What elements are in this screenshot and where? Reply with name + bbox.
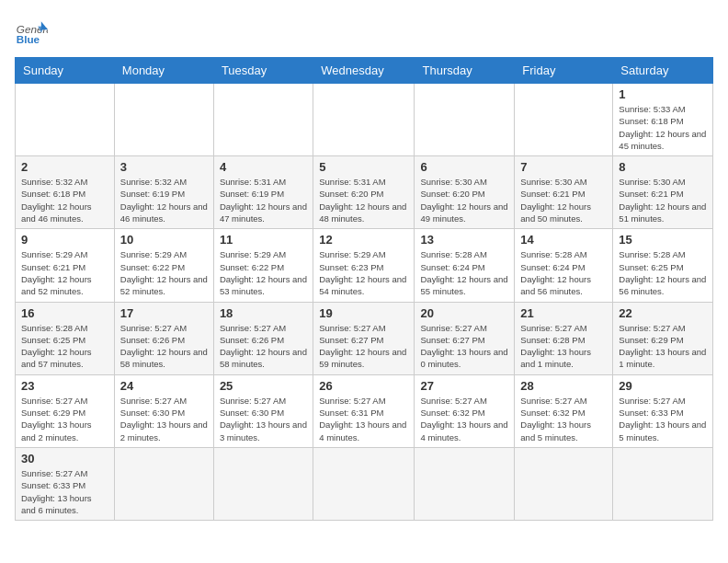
day-cell: 30Sunrise: 5:27 AM Sunset: 6:33 PM Dayli… bbox=[16, 447, 115, 520]
day-cell: 24Sunrise: 5:27 AM Sunset: 6:30 PM Dayli… bbox=[114, 374, 213, 447]
day-cell: 13Sunrise: 5:28 AM Sunset: 6:24 PM Dayli… bbox=[415, 229, 515, 302]
day-cell: 27Sunrise: 5:27 AM Sunset: 6:32 PM Dayli… bbox=[415, 374, 515, 447]
day-number: 20 bbox=[420, 306, 508, 320]
day-info: Sunrise: 5:32 AM Sunset: 6:19 PM Dayligh… bbox=[120, 176, 208, 224]
day-cell: 8Sunrise: 5:30 AM Sunset: 6:21 PM Daylig… bbox=[613, 156, 713, 229]
day-cell: 12Sunrise: 5:29 AM Sunset: 6:23 PM Dayli… bbox=[313, 229, 415, 302]
day-cell bbox=[114, 447, 213, 520]
day-number: 7 bbox=[520, 160, 607, 174]
day-number: 3 bbox=[120, 160, 208, 174]
day-info: Sunrise: 5:29 AM Sunset: 6:22 PM Dayligh… bbox=[220, 248, 307, 297]
day-cell: 4Sunrise: 5:31 AM Sunset: 6:19 PM Daylig… bbox=[213, 156, 313, 229]
day-number: 14 bbox=[520, 233, 607, 247]
calendar: SundayMondayTuesdayWednesdayThursdayFrid… bbox=[15, 57, 713, 521]
col-header-friday: Friday bbox=[515, 58, 613, 84]
day-info: Sunrise: 5:27 AM Sunset: 6:32 PM Dayligh… bbox=[520, 395, 607, 443]
header: General Blue bbox=[15, 15, 713, 48]
week-row-6: 30Sunrise: 5:27 AM Sunset: 6:33 PM Dayli… bbox=[16, 447, 713, 520]
day-number: 13 bbox=[420, 233, 508, 247]
day-cell: 20Sunrise: 5:27 AM Sunset: 6:27 PM Dayli… bbox=[415, 302, 515, 374]
day-info: Sunrise: 5:27 AM Sunset: 6:27 PM Dayligh… bbox=[420, 322, 508, 371]
day-cell: 5Sunrise: 5:31 AM Sunset: 6:20 PM Daylig… bbox=[313, 156, 415, 229]
col-header-monday: Monday bbox=[114, 58, 213, 84]
day-cell: 28Sunrise: 5:27 AM Sunset: 6:32 PM Dayli… bbox=[515, 374, 613, 447]
day-number: 18 bbox=[220, 306, 307, 320]
day-cell: 1Sunrise: 5:33 AM Sunset: 6:18 PM Daylig… bbox=[613, 84, 713, 156]
day-number: 1 bbox=[619, 87, 707, 101]
day-info: Sunrise: 5:27 AM Sunset: 6:30 PM Dayligh… bbox=[120, 395, 208, 443]
day-cell: 10Sunrise: 5:29 AM Sunset: 6:22 PM Dayli… bbox=[114, 229, 213, 302]
day-number: 16 bbox=[21, 306, 108, 320]
day-cell: 3Sunrise: 5:32 AM Sunset: 6:19 PM Daylig… bbox=[114, 156, 213, 229]
day-number: 29 bbox=[619, 379, 707, 393]
col-header-sunday: Sunday bbox=[16, 58, 115, 84]
day-cell: 9Sunrise: 5:29 AM Sunset: 6:21 PM Daylig… bbox=[16, 229, 115, 302]
week-row-5: 23Sunrise: 5:27 AM Sunset: 6:29 PM Dayli… bbox=[16, 374, 713, 447]
day-info: Sunrise: 5:27 AM Sunset: 6:30 PM Dayligh… bbox=[220, 395, 307, 443]
day-cell bbox=[415, 84, 515, 156]
day-number: 23 bbox=[21, 379, 108, 393]
week-row-2: 2Sunrise: 5:32 AM Sunset: 6:18 PM Daylig… bbox=[16, 156, 713, 229]
day-number: 9 bbox=[21, 233, 108, 247]
day-info: Sunrise: 5:29 AM Sunset: 6:21 PM Dayligh… bbox=[21, 248, 108, 297]
logo-icon: General Blue bbox=[15, 15, 48, 48]
day-info: Sunrise: 5:27 AM Sunset: 6:27 PM Dayligh… bbox=[319, 322, 408, 371]
day-cell: 15Sunrise: 5:28 AM Sunset: 6:25 PM Dayli… bbox=[613, 229, 713, 302]
week-row-3: 9Sunrise: 5:29 AM Sunset: 6:21 PM Daylig… bbox=[16, 229, 713, 302]
day-cell: 11Sunrise: 5:29 AM Sunset: 6:22 PM Dayli… bbox=[213, 229, 313, 302]
day-info: Sunrise: 5:29 AM Sunset: 6:22 PM Dayligh… bbox=[120, 248, 208, 297]
day-info: Sunrise: 5:31 AM Sunset: 6:20 PM Dayligh… bbox=[319, 176, 408, 224]
day-cell bbox=[515, 84, 613, 156]
day-cell bbox=[114, 84, 213, 156]
day-info: Sunrise: 5:32 AM Sunset: 6:18 PM Dayligh… bbox=[21, 176, 108, 224]
day-cell: 2Sunrise: 5:32 AM Sunset: 6:18 PM Daylig… bbox=[16, 156, 115, 229]
day-info: Sunrise: 5:28 AM Sunset: 6:25 PM Dayligh… bbox=[619, 248, 707, 297]
day-info: Sunrise: 5:33 AM Sunset: 6:18 PM Dayligh… bbox=[619, 103, 707, 152]
day-cell bbox=[415, 447, 515, 520]
day-info: Sunrise: 5:27 AM Sunset: 6:33 PM Dayligh… bbox=[21, 467, 108, 516]
day-cell: 25Sunrise: 5:27 AM Sunset: 6:30 PM Dayli… bbox=[213, 374, 313, 447]
day-cell: 18Sunrise: 5:27 AM Sunset: 6:26 PM Dayli… bbox=[213, 302, 313, 374]
calendar-header-row: SundayMondayTuesdayWednesdayThursdayFrid… bbox=[16, 58, 713, 84]
day-number: 19 bbox=[319, 306, 408, 320]
day-cell: 14Sunrise: 5:28 AM Sunset: 6:24 PM Dayli… bbox=[515, 229, 613, 302]
day-number: 12 bbox=[319, 233, 408, 247]
day-info: Sunrise: 5:27 AM Sunset: 6:28 PM Dayligh… bbox=[520, 322, 607, 371]
day-cell bbox=[213, 84, 313, 156]
day-number: 10 bbox=[120, 233, 208, 247]
day-info: Sunrise: 5:29 AM Sunset: 6:23 PM Dayligh… bbox=[319, 248, 408, 297]
day-cell bbox=[515, 447, 613, 520]
day-cell: 23Sunrise: 5:27 AM Sunset: 6:29 PM Dayli… bbox=[16, 374, 115, 447]
day-number: 2 bbox=[21, 160, 108, 174]
day-number: 25 bbox=[220, 379, 307, 393]
day-info: Sunrise: 5:30 AM Sunset: 6:21 PM Dayligh… bbox=[619, 176, 707, 224]
day-cell: 6Sunrise: 5:30 AM Sunset: 6:20 PM Daylig… bbox=[415, 156, 515, 229]
day-cell: 16Sunrise: 5:28 AM Sunset: 6:25 PM Dayli… bbox=[16, 302, 115, 374]
day-info: Sunrise: 5:28 AM Sunset: 6:25 PM Dayligh… bbox=[21, 322, 108, 371]
day-number: 15 bbox=[619, 233, 707, 247]
day-number: 4 bbox=[220, 160, 307, 174]
day-info: Sunrise: 5:30 AM Sunset: 6:20 PM Dayligh… bbox=[420, 176, 508, 224]
day-info: Sunrise: 5:27 AM Sunset: 6:29 PM Dayligh… bbox=[21, 395, 108, 443]
week-row-4: 16Sunrise: 5:28 AM Sunset: 6:25 PM Dayli… bbox=[16, 302, 713, 374]
day-info: Sunrise: 5:27 AM Sunset: 6:32 PM Dayligh… bbox=[420, 395, 508, 443]
day-number: 8 bbox=[619, 160, 707, 174]
day-number: 22 bbox=[619, 306, 707, 320]
day-cell bbox=[613, 447, 713, 520]
day-cell: 22Sunrise: 5:27 AM Sunset: 6:29 PM Dayli… bbox=[613, 302, 713, 374]
logo: General Blue bbox=[15, 15, 48, 48]
day-cell: 21Sunrise: 5:27 AM Sunset: 6:28 PM Dayli… bbox=[515, 302, 613, 374]
week-row-1: 1Sunrise: 5:33 AM Sunset: 6:18 PM Daylig… bbox=[16, 84, 713, 156]
day-info: Sunrise: 5:31 AM Sunset: 6:19 PM Dayligh… bbox=[220, 176, 307, 224]
day-number: 30 bbox=[21, 452, 108, 465]
day-cell: 17Sunrise: 5:27 AM Sunset: 6:26 PM Dayli… bbox=[114, 302, 213, 374]
day-info: Sunrise: 5:30 AM Sunset: 6:21 PM Dayligh… bbox=[520, 176, 607, 224]
day-cell bbox=[16, 84, 115, 156]
col-header-saturday: Saturday bbox=[613, 58, 713, 84]
day-info: Sunrise: 5:27 AM Sunset: 6:29 PM Dayligh… bbox=[619, 322, 707, 371]
svg-text:Blue: Blue bbox=[17, 33, 40, 45]
day-info: Sunrise: 5:28 AM Sunset: 6:24 PM Dayligh… bbox=[520, 248, 607, 297]
day-number: 28 bbox=[520, 379, 607, 393]
day-number: 21 bbox=[520, 306, 607, 320]
day-info: Sunrise: 5:27 AM Sunset: 6:26 PM Dayligh… bbox=[120, 322, 208, 371]
